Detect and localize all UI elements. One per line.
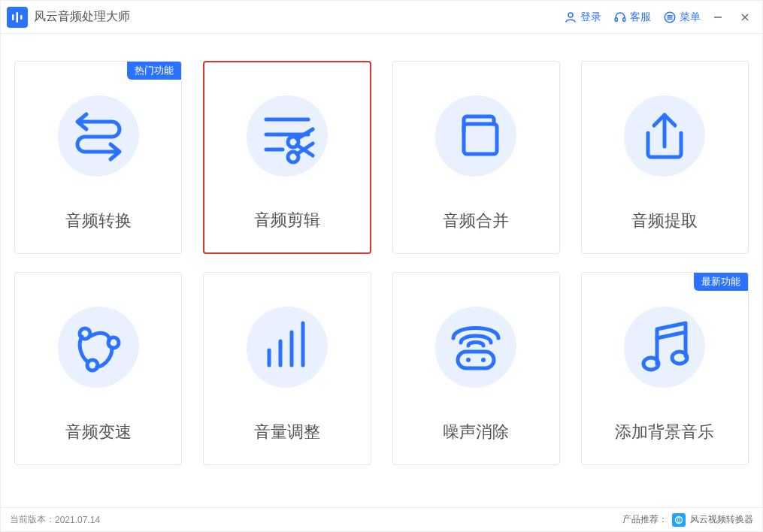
support-button[interactable]: 客服	[613, 11, 651, 24]
support-label: 客服	[630, 11, 651, 24]
svg-rect-0	[12, 14, 14, 20]
minimize-button[interactable]	[708, 8, 728, 27]
svg-rect-5	[623, 17, 625, 21]
feature-label: 音量调整	[254, 421, 320, 443]
merge-icon	[393, 62, 559, 210]
feature-card-volume[interactable]: 音量调整	[203, 272, 371, 465]
svg-point-34	[466, 358, 471, 362]
menu-button[interactable]: 菜单	[663, 11, 701, 24]
footer: 当前版本： 2021.07.14 产品推荐： 风云视频转换器	[1, 507, 762, 531]
recommend-icon	[672, 513, 686, 527]
version-prefix: 当前版本：	[10, 513, 55, 526]
recommend-prefix: 产品推荐：	[622, 513, 668, 526]
feature-card-denoise[interactable]: 噪声消除	[392, 272, 560, 465]
feature-badge: 最新功能	[694, 273, 748, 291]
svg-rect-2	[20, 15, 23, 20]
svg-rect-1	[17, 12, 19, 23]
recommend-name: 风云视频转换器	[690, 513, 753, 526]
feature-label: 音频转换	[65, 210, 132, 232]
version-value: 2021.07.14	[55, 515, 100, 525]
feature-card-convert[interactable]: 热门功能音频转换	[14, 61, 182, 254]
recommend-link[interactable]: 产品推荐： 风云视频转换器	[622, 513, 753, 527]
svg-point-3	[568, 13, 573, 17]
feature-card-extract[interactable]: 音频提取	[581, 61, 749, 254]
speed-icon	[15, 273, 181, 421]
menu-icon	[663, 11, 677, 24]
svg-point-39	[676, 516, 683, 523]
extract-icon	[582, 62, 748, 210]
feature-label: 音频提取	[631, 210, 698, 232]
user-icon	[564, 11, 577, 24]
convert-icon	[15, 62, 181, 210]
feature-label: 添加背景音乐	[615, 421, 714, 443]
login-button[interactable]: 登录	[564, 11, 601, 24]
feature-card-cut[interactable]: 音频剪辑	[203, 61, 371, 254]
feature-label: 音频合并	[443, 210, 509, 232]
content-area: 热门功能音频转换音频剪辑音频合并音频提取音频变速音量调整噪声消除最新功能添加背景…	[1, 34, 762, 507]
feature-badge: 热门功能	[127, 62, 181, 80]
feature-card-bgm[interactable]: 最新功能添加背景音乐	[581, 272, 749, 465]
app-logo-icon	[7, 7, 28, 28]
app-title: 风云音频处理大师	[34, 9, 130, 25]
cut-icon	[204, 62, 369, 209]
login-label: 登录	[580, 11, 601, 24]
feature-label: 音频变速	[65, 421, 132, 443]
feature-label: 音频剪辑	[254, 209, 320, 231]
close-button[interactable]	[735, 8, 755, 27]
menu-label: 菜单	[680, 11, 701, 24]
svg-point-35	[481, 358, 486, 362]
feature-card-merge[interactable]: 音频合并	[392, 61, 560, 254]
feature-label: 噪声消除	[443, 421, 509, 443]
titlebar: 风云音频处理大师 登录 客服 菜单	[1, 1, 762, 34]
headset-icon	[613, 11, 627, 24]
volume-icon	[204, 273, 370, 421]
bgm-icon	[582, 273, 748, 421]
feature-card-speed[interactable]: 音频变速	[14, 272, 182, 465]
svg-rect-4	[615, 17, 617, 21]
denoise-icon	[393, 273, 559, 421]
